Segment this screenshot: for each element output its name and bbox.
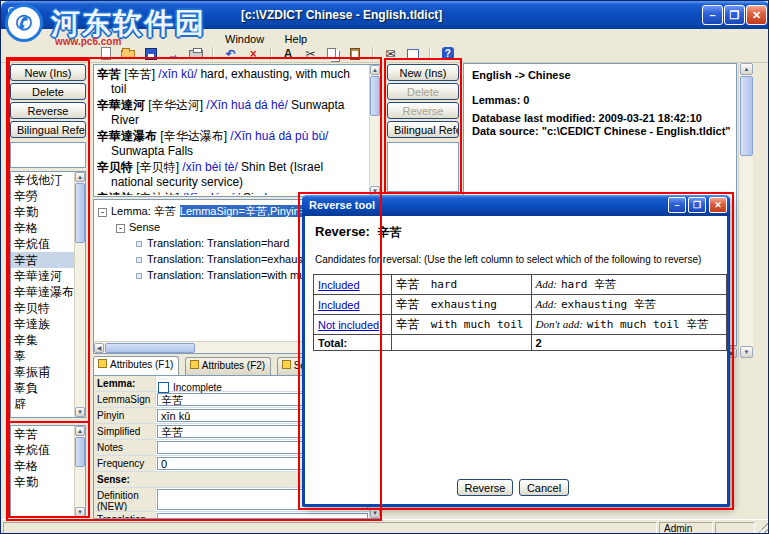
status-user: Admin [659,522,713,534]
scroll-down-icon[interactable]: ▼ [370,508,380,518]
included-link[interactable]: Included [318,299,360,311]
left-new-button[interactable]: New (Ins) [10,64,86,81]
left-delete-button[interactable]: Delete [10,83,86,100]
right-new-button[interactable]: New (Ins) [387,64,459,81]
info-vscrollbar[interactable]: ▲ ▼ [738,63,753,358]
dialog-title-bar[interactable]: Reverse tool – ❐ ✕ [302,195,730,216]
leaf-icon [136,273,142,279]
source-chinese: 辛苦 [396,277,420,291]
incomplete-checkbox[interactable] [158,382,169,393]
dialog-reverse-button[interactable]: Reverse [457,479,513,496]
headword: 辛苦 [97,67,121,81]
tab-attributes-f2[interactable]: Attributes (F2) [185,357,271,375]
list-item[interactable]: 辜負 [11,380,74,396]
right-bilingual-button[interactable]: Bilingual Refe [387,121,459,138]
dialog-cancel-button[interactable]: Cancel [519,479,569,496]
collapse-icon[interactable] [116,224,125,233]
dialog-minimize-button[interactable]: – [668,197,686,213]
delete-icon[interactable]: × [244,46,262,62]
recent-list-scrollbar[interactable]: ▲ ▼ [74,426,85,517]
scrollbar-thumb[interactable] [370,76,380,116]
scroll-left-icon[interactable]: ◀ [94,343,104,353]
left-reverse-button[interactable]: Reverse [10,102,86,119]
save-icon[interactable] [142,46,160,62]
table-row: Included 辛苦 hard Add:hard 辛苦 [314,275,727,295]
dict-entry: 辛華達河 [辛华达河] /Xīn huá dá hé/ Sunwapta Riv… [97,98,367,128]
resize-grip[interactable] [757,522,769,534]
copy-icon[interactable] [324,46,342,62]
field-translation[interactable] [157,513,368,518]
tree-node-label: Translation: Translation=hard [147,237,289,249]
scroll-up-icon[interactable]: ▲ [740,63,753,75]
recent-lemma-list[interactable]: 辛苦 辛烷值 辛格 辛勤 ▲ ▼ [10,425,86,518]
undo-icon[interactable]: ↶ [222,46,240,62]
preview-scrollbar[interactable]: ▲ ▼ [369,65,380,196]
list-item[interactable]: 辛烷值 [11,236,74,252]
table-row: Not included 辛苦 with much toil Don't add… [314,315,727,335]
list-item[interactable]: 辜 [11,348,74,364]
scroll-up-icon[interactable]: ▲ [75,426,85,436]
dialog-close-button[interactable]: ✕ [709,197,727,213]
paste-icon[interactable] [346,46,364,62]
menu-help[interactable]: Help [277,32,316,46]
entry-preview-pane[interactable]: 辛苦 [辛苦] /xīn kǔ/ hard, exhausting, with … [93,64,381,197]
list-item[interactable]: 辛集 [11,332,74,348]
right-reverse-button[interactable]: Reverse [387,102,459,119]
tab-icon [282,360,291,369]
close-button[interactable]: ✕ [746,5,767,25]
tab-attributes-f1[interactable]: Attributes (F1) [93,356,179,375]
list-item[interactable]: 辛伐他汀 [11,172,74,188]
list-item[interactable]: 辛勞 [11,188,74,204]
list-item-selected[interactable]: 辛苦 [11,252,74,268]
list-item[interactable]: 辛格 [11,220,74,236]
list-item[interactable]: 辛苦 [11,426,74,442]
help-icon[interactable]: ? [439,46,457,62]
scrollbar-thumb[interactable] [75,437,85,467]
scroll-up-icon[interactable]: ▲ [370,65,380,75]
right-delete-button[interactable]: Delete [387,83,459,100]
pinyin: /Xīn huá dá hé/ [206,98,287,112]
scrollbar-thumb[interactable] [75,183,85,243]
new-document-icon[interactable] [97,46,115,62]
font-format-icon[interactable]: A [279,46,297,62]
list-item[interactable]: 辜振甫 [11,364,74,380]
included-link[interactable]: Included [318,279,360,291]
open-folder-icon[interactable] [119,46,137,62]
simplified-form: [辛华达瀑布] [160,129,227,143]
scroll-down-icon[interactable]: ▼ [740,346,753,358]
lemma-list-scrollbar[interactable]: ▲ ▼ [74,172,85,417]
scrollbar-thumb[interactable] [740,76,753,156]
cut-icon[interactable]: ✂ [302,46,320,62]
scroll-down-icon[interactable]: ▼ [75,507,85,517]
tab-icon [190,360,199,369]
maximize-button[interactable]: ❐ [724,5,745,25]
dialog-maximize-button[interactable]: ❐ [688,197,706,213]
print-icon[interactable] [187,46,205,62]
scroll-up-icon[interactable]: ▲ [75,172,85,182]
scrollbar-thumb[interactable] [105,343,195,353]
list-item[interactable]: 辛勤 [11,204,74,220]
toolbar: → ↶ × A ✂ ✉ ? [1,45,769,63]
lemma-list[interactable]: 辛伐他汀 辛勞 辛勤 辛格 辛烷值 辛苦 辛華達河 辛華達瀑布 辛贝特 辛達族 … [10,171,86,418]
menu-window[interactable]: Window [217,32,272,46]
field-label: Notes [94,440,156,455]
list-item[interactable]: 辛達族 [11,316,74,332]
list-item[interactable]: 辛勤 [11,474,74,490]
scroll-down-icon[interactable]: ▼ [75,407,85,417]
title-bar[interactable]: [c:\VZDICT Chinese - English.tldict] – ❐… [1,1,769,29]
table-view-icon[interactable] [404,46,422,62]
right-lemma-list[interactable] [387,142,459,192]
minimize-button[interactable]: – [702,5,723,25]
list-item[interactable]: 辛格 [11,458,74,474]
lemma-filter-box[interactable] [10,142,86,168]
list-item[interactable]: 辛烷值 [11,442,74,458]
list-item[interactable]: 辟 [11,396,74,412]
export-icon[interactable]: → [164,46,182,62]
list-item[interactable]: 辛華達瀑布 [11,284,74,300]
list-item[interactable]: 辛贝特 [11,300,74,316]
list-item[interactable]: 辛華達河 [11,268,74,284]
mail-icon[interactable]: ✉ [381,46,399,62]
collapse-icon[interactable] [98,208,107,217]
not-included-link[interactable]: Not included [318,319,379,331]
left-bilingual-button[interactable]: Bilingual Refe [10,121,86,138]
